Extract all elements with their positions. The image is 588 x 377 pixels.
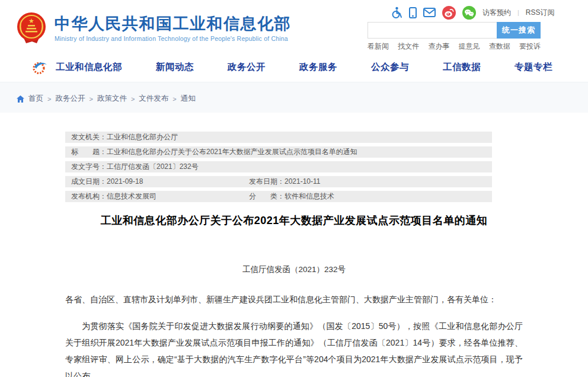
shortcut-link-files[interactable]: 找文件 <box>398 41 419 52</box>
search-shortcuts: 看新闻 找文件 查办事 提意见 查数据 要投诉 <box>368 41 541 52</box>
article-salutation: 各省、自治区、直辖市及计划单列市、新疆生产建设兵团工业和信息化主管部门、大数据产… <box>65 293 523 306</box>
meta-value: 工业和信息化部办公厅 <box>107 132 178 143</box>
nav-item-public-participation[interactable]: 公众参与 <box>371 61 409 74</box>
utility-separator: | <box>517 9 519 16</box>
visitor-appointment-link[interactable]: 访客预约 <box>482 8 511 18</box>
nav-item-special-topics[interactable]: 专题专栏 <box>514 61 552 74</box>
search-bar: 统一搜索 <box>368 22 541 39</box>
page: ★ 中华人民共和国工业和信息化部 Ministry of Industry an… <box>0 0 588 377</box>
breadcrumb-item-gov-disclosure[interactable]: 政务公开 <box>55 94 85 104</box>
meta-label: 分 类： <box>249 191 285 202</box>
breadcrumb-home-icon[interactable] <box>17 95 24 103</box>
meta-row-publisher-category: 发布机构：信息技术发展司 分 类：软件和信息技术 <box>65 191 492 202</box>
breadcrumb-item-notice[interactable]: 通知 <box>181 94 196 104</box>
meta-label: 发布日期： <box>249 176 285 187</box>
shortcut-link-services[interactable]: 查办事 <box>428 41 449 52</box>
nav-item-news[interactable]: 新闻动态 <box>156 61 194 74</box>
nav-item-miit-data[interactable]: 工信数据 <box>443 61 481 74</box>
main-nav: 工业和信息化部 新闻动态 政务公开 政务服务 公众参与 工信数据 专题专栏 <box>0 52 588 82</box>
meta-value: 工信厅信发函〔2021〕232号 <box>107 161 199 172</box>
meta-row-doc-number: 发文字号：工信厅信发函〔2021〕232号 <box>65 161 492 172</box>
meta-label: 标 题： <box>71 146 107 158</box>
breadcrumb-item-policy-docs[interactable]: 政策文件 <box>97 94 127 104</box>
meta-row-title: 标 题：工业和信息化部办公厅关于公布2021年大数据产业发展试点示范项目名单的通… <box>65 146 492 158</box>
document-meta-table: 发文机关：工业和信息化部办公厅 标 题：工业和信息化部办公厅关于公布2021年大… <box>65 132 492 206</box>
site-title: 中华人民共和国工业和信息化部 <box>55 14 291 33</box>
nav-item-miit[interactable]: 工业和信息化部 <box>56 61 122 74</box>
miit-logo-icon <box>32 59 48 76</box>
unified-search-button[interactable]: 统一搜索 <box>497 22 541 39</box>
meta-value: 2021-10-11 <box>285 176 321 187</box>
shortcut-link-data[interactable]: 查数据 <box>489 41 510 52</box>
meta-row-issuing-agency: 发文机关：工业和信息化部办公厅 <box>65 132 492 143</box>
breadcrumb-separator: > <box>131 95 135 103</box>
breadcrumb-separator: > <box>172 95 176 103</box>
brand-text: 中华人民共和国工业和信息化部 Ministry of Industry and … <box>55 14 291 42</box>
meta-label: 发布机构： <box>71 191 107 202</box>
meta-value: 信息技术发展司 <box>107 191 156 202</box>
article-paragraph: 为贯彻落实《国务院关于印发促进大数据发展行动纲要的通知》（国发〔2015〕50号… <box>65 318 523 377</box>
breadcrumb-item-home[interactable]: 首页 <box>28 94 43 104</box>
wechat-icon[interactable] <box>462 6 476 20</box>
svg-text:★: ★ <box>28 17 34 24</box>
shortcut-link-complaints[interactable]: 要投诉 <box>519 41 541 52</box>
mail-icon[interactable] <box>423 8 436 17</box>
meta-row-dates: 成文日期：2021-09-18 发布日期：2021-10-11 <box>65 176 492 187</box>
article-doc-number: 工信厅信发函（2021）232号 <box>65 264 523 275</box>
nav-item-gov-disclosure[interactable]: 政务公开 <box>228 61 266 74</box>
article-content: 发文机关：工业和信息化部办公厅 标 题：工业和信息化部办公厅关于公布2021年大… <box>0 113 588 377</box>
meta-value: 工业和信息化部办公厅关于公布2021年大数据产业发展试点示范项目名单的通知 <box>107 146 357 158</box>
article-title: 工业和信息化部办公厅关于公布2021年大数据产业发展试点示范项目名单的通知 <box>65 213 523 228</box>
weibo-icon[interactable] <box>442 6 456 20</box>
accessibility-icon[interactable] <box>391 7 402 19</box>
utility-bar: 访客预约 | RSS订阅 <box>391 5 555 20</box>
breadcrumb-item-doc-release[interactable]: 文件发布 <box>139 94 168 104</box>
breadcrumb-strip: 首页 > 政务公开 > 政策文件 > 文件发布 > 通知 <box>0 82 588 113</box>
breadcrumb-separator: > <box>47 95 51 103</box>
meta-label: 发文字号： <box>71 161 107 172</box>
site-brand[interactable]: ★ 中华人民共和国工业和信息化部 Ministry of Industry an… <box>17 12 291 44</box>
mobile-icon[interactable] <box>409 7 417 18</box>
shortcut-link-suggestions[interactable]: 提意见 <box>459 41 480 52</box>
rss-link[interactable]: RSS订阅 <box>526 8 555 18</box>
shortcut-link-news[interactable]: 看新闻 <box>368 41 389 52</box>
nav-items: 工业和信息化部 新闻动态 政务公开 政务服务 公众参与 工信数据 专题专栏 <box>56 61 586 74</box>
national-emblem-icon: ★ <box>17 12 46 44</box>
site-subtitle: Ministry of Industry and Information Tec… <box>55 35 291 42</box>
search-input[interactable] <box>368 22 497 39</box>
meta-value: 软件和信息技术 <box>285 191 334 202</box>
meta-label: 发文机关： <box>71 132 107 143</box>
breadcrumb-separator: > <box>89 95 92 103</box>
site-header: ★ 中华人民共和国工业和信息化部 Ministry of Industry an… <box>0 0 588 52</box>
breadcrumb: 首页 > 政务公开 > 政策文件 > 文件发布 > 通知 <box>17 94 196 104</box>
meta-label: 成文日期： <box>71 176 107 187</box>
nav-item-gov-services[interactable]: 政务服务 <box>299 61 337 74</box>
meta-value: 2021-09-18 <box>107 176 143 187</box>
